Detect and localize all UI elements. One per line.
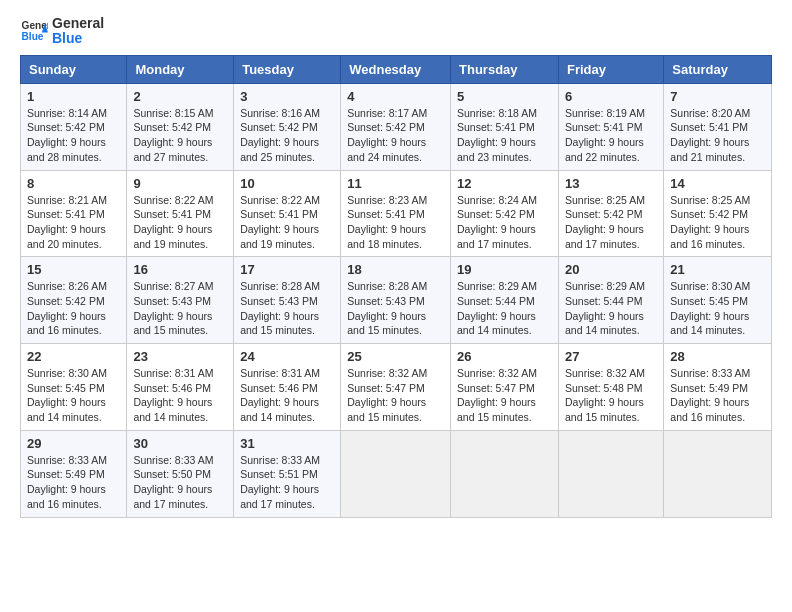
day-info: Sunrise: 8:32 AMSunset: 5:47 PMDaylight:… — [347, 367, 427, 423]
day-info: Sunrise: 8:23 AMSunset: 5:41 PMDaylight:… — [347, 194, 427, 250]
day-info: Sunrise: 8:28 AMSunset: 5:43 PMDaylight:… — [240, 280, 320, 336]
col-header-thursday: Thursday — [451, 55, 559, 83]
col-header-sunday: Sunday — [21, 55, 127, 83]
calendar-cell: 1 Sunrise: 8:14 AMSunset: 5:42 PMDayligh… — [21, 83, 127, 170]
calendar-week-3: 15 Sunrise: 8:26 AMSunset: 5:42 PMDaylig… — [21, 257, 772, 344]
day-info: Sunrise: 8:15 AMSunset: 5:42 PMDaylight:… — [133, 107, 213, 163]
day-number: 7 — [670, 89, 765, 104]
day-number: 21 — [670, 262, 765, 277]
calendar-cell: 19 Sunrise: 8:29 AMSunset: 5:44 PMDaylig… — [451, 257, 559, 344]
day-number: 29 — [27, 436, 120, 451]
calendar-cell: 2 Sunrise: 8:15 AMSunset: 5:42 PMDayligh… — [127, 83, 234, 170]
day-number: 12 — [457, 176, 552, 191]
day-number: 24 — [240, 349, 334, 364]
day-info: Sunrise: 8:30 AMSunset: 5:45 PMDaylight:… — [27, 367, 107, 423]
day-info: Sunrise: 8:29 AMSunset: 5:44 PMDaylight:… — [565, 280, 645, 336]
day-number: 10 — [240, 176, 334, 191]
calendar-cell — [558, 430, 663, 517]
day-info: Sunrise: 8:22 AMSunset: 5:41 PMDaylight:… — [133, 194, 213, 250]
day-info: Sunrise: 8:16 AMSunset: 5:42 PMDaylight:… — [240, 107, 320, 163]
calendar-cell: 8 Sunrise: 8:21 AMSunset: 5:41 PMDayligh… — [21, 170, 127, 257]
day-number: 5 — [457, 89, 552, 104]
day-number: 27 — [565, 349, 657, 364]
calendar-cell: 7 Sunrise: 8:20 AMSunset: 5:41 PMDayligh… — [664, 83, 772, 170]
day-info: Sunrise: 8:27 AMSunset: 5:43 PMDaylight:… — [133, 280, 213, 336]
calendar-cell: 28 Sunrise: 8:33 AMSunset: 5:49 PMDaylig… — [664, 344, 772, 431]
day-info: Sunrise: 8:30 AMSunset: 5:45 PMDaylight:… — [670, 280, 750, 336]
day-info: Sunrise: 8:17 AMSunset: 5:42 PMDaylight:… — [347, 107, 427, 163]
calendar-cell: 25 Sunrise: 8:32 AMSunset: 5:47 PMDaylig… — [341, 344, 451, 431]
logo: General Blue General Blue — [20, 16, 104, 47]
calendar-week-4: 22 Sunrise: 8:30 AMSunset: 5:45 PMDaylig… — [21, 344, 772, 431]
logo-blue: Blue — [52, 31, 104, 46]
col-header-saturday: Saturday — [664, 55, 772, 83]
day-info: Sunrise: 8:32 AMSunset: 5:48 PMDaylight:… — [565, 367, 645, 423]
calendar-cell — [451, 430, 559, 517]
day-number: 22 — [27, 349, 120, 364]
day-info: Sunrise: 8:21 AMSunset: 5:41 PMDaylight:… — [27, 194, 107, 250]
calendar-cell: 27 Sunrise: 8:32 AMSunset: 5:48 PMDaylig… — [558, 344, 663, 431]
day-number: 31 — [240, 436, 334, 451]
calendar-cell: 26 Sunrise: 8:32 AMSunset: 5:47 PMDaylig… — [451, 344, 559, 431]
calendar-week-1: 1 Sunrise: 8:14 AMSunset: 5:42 PMDayligh… — [21, 83, 772, 170]
page: General Blue General Blue SundayMondayTu… — [0, 0, 792, 538]
col-header-tuesday: Tuesday — [234, 55, 341, 83]
day-info: Sunrise: 8:33 AMSunset: 5:49 PMDaylight:… — [670, 367, 750, 423]
calendar-cell: 4 Sunrise: 8:17 AMSunset: 5:42 PMDayligh… — [341, 83, 451, 170]
calendar-cell: 29 Sunrise: 8:33 AMSunset: 5:49 PMDaylig… — [21, 430, 127, 517]
calendar-cell: 15 Sunrise: 8:26 AMSunset: 5:42 PMDaylig… — [21, 257, 127, 344]
day-info: Sunrise: 8:33 AMSunset: 5:49 PMDaylight:… — [27, 454, 107, 510]
calendar-cell: 31 Sunrise: 8:33 AMSunset: 5:51 PMDaylig… — [234, 430, 341, 517]
day-number: 1 — [27, 89, 120, 104]
day-number: 19 — [457, 262, 552, 277]
svg-text:Blue: Blue — [22, 31, 44, 42]
day-info: Sunrise: 8:33 AMSunset: 5:50 PMDaylight:… — [133, 454, 213, 510]
calendar-header-row: SundayMondayTuesdayWednesdayThursdayFrid… — [21, 55, 772, 83]
day-info: Sunrise: 8:29 AMSunset: 5:44 PMDaylight:… — [457, 280, 537, 336]
day-number: 2 — [133, 89, 227, 104]
calendar-cell: 5 Sunrise: 8:18 AMSunset: 5:41 PMDayligh… — [451, 83, 559, 170]
col-header-monday: Monday — [127, 55, 234, 83]
calendar-cell: 22 Sunrise: 8:30 AMSunset: 5:45 PMDaylig… — [21, 344, 127, 431]
day-number: 16 — [133, 262, 227, 277]
day-number: 28 — [670, 349, 765, 364]
day-info: Sunrise: 8:22 AMSunset: 5:41 PMDaylight:… — [240, 194, 320, 250]
day-number: 20 — [565, 262, 657, 277]
day-number: 4 — [347, 89, 444, 104]
calendar-cell: 30 Sunrise: 8:33 AMSunset: 5:50 PMDaylig… — [127, 430, 234, 517]
calendar-cell: 14 Sunrise: 8:25 AMSunset: 5:42 PMDaylig… — [664, 170, 772, 257]
header: General Blue General Blue — [20, 16, 772, 47]
day-info: Sunrise: 8:25 AMSunset: 5:42 PMDaylight:… — [670, 194, 750, 250]
day-info: Sunrise: 8:32 AMSunset: 5:47 PMDaylight:… — [457, 367, 537, 423]
day-number: 9 — [133, 176, 227, 191]
day-info: Sunrise: 8:31 AMSunset: 5:46 PMDaylight:… — [240, 367, 320, 423]
day-number: 3 — [240, 89, 334, 104]
calendar-cell: 6 Sunrise: 8:19 AMSunset: 5:41 PMDayligh… — [558, 83, 663, 170]
calendar-table: SundayMondayTuesdayWednesdayThursdayFrid… — [20, 55, 772, 518]
calendar-cell: 9 Sunrise: 8:22 AMSunset: 5:41 PMDayligh… — [127, 170, 234, 257]
calendar-cell: 12 Sunrise: 8:24 AMSunset: 5:42 PMDaylig… — [451, 170, 559, 257]
calendar-cell: 16 Sunrise: 8:27 AMSunset: 5:43 PMDaylig… — [127, 257, 234, 344]
calendar-cell: 11 Sunrise: 8:23 AMSunset: 5:41 PMDaylig… — [341, 170, 451, 257]
calendar-week-5: 29 Sunrise: 8:33 AMSunset: 5:49 PMDaylig… — [21, 430, 772, 517]
day-number: 11 — [347, 176, 444, 191]
calendar-cell — [341, 430, 451, 517]
day-info: Sunrise: 8:24 AMSunset: 5:42 PMDaylight:… — [457, 194, 537, 250]
day-number: 23 — [133, 349, 227, 364]
day-number: 26 — [457, 349, 552, 364]
calendar-cell: 18 Sunrise: 8:28 AMSunset: 5:43 PMDaylig… — [341, 257, 451, 344]
logo-general: General — [52, 16, 104, 31]
day-info: Sunrise: 8:31 AMSunset: 5:46 PMDaylight:… — [133, 367, 213, 423]
day-info: Sunrise: 8:25 AMSunset: 5:42 PMDaylight:… — [565, 194, 645, 250]
logo-icon: General Blue — [20, 17, 48, 45]
day-info: Sunrise: 8:20 AMSunset: 5:41 PMDaylight:… — [670, 107, 750, 163]
calendar-cell: 21 Sunrise: 8:30 AMSunset: 5:45 PMDaylig… — [664, 257, 772, 344]
calendar-cell: 24 Sunrise: 8:31 AMSunset: 5:46 PMDaylig… — [234, 344, 341, 431]
day-info: Sunrise: 8:18 AMSunset: 5:41 PMDaylight:… — [457, 107, 537, 163]
day-info: Sunrise: 8:14 AMSunset: 5:42 PMDaylight:… — [27, 107, 107, 163]
day-info: Sunrise: 8:33 AMSunset: 5:51 PMDaylight:… — [240, 454, 320, 510]
day-number: 6 — [565, 89, 657, 104]
day-number: 14 — [670, 176, 765, 191]
calendar-cell: 23 Sunrise: 8:31 AMSunset: 5:46 PMDaylig… — [127, 344, 234, 431]
day-number: 15 — [27, 262, 120, 277]
